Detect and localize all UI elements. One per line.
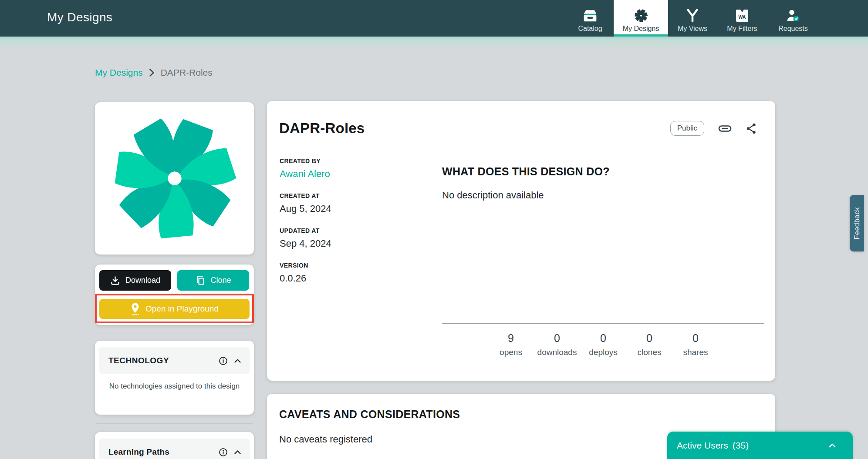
catalog-icon (583, 7, 598, 24)
stat-label: deploys (582, 348, 624, 357)
field-version: VERSION 0.0.26 (280, 262, 432, 284)
field-value: Sep 4, 2024 (280, 238, 432, 249)
stat-label: shares (675, 348, 716, 357)
stat-value: 0 (628, 332, 670, 345)
info-icon[interactable] (219, 356, 228, 365)
field-label: VERSION (280, 262, 432, 269)
feedback-tab[interactable]: Feedback (850, 195, 864, 251)
learning-paths-panel: Learning Paths (95, 432, 254, 459)
stat-value: 0 (536, 332, 578, 345)
stat-deploys: 0 deploys (582, 332, 624, 357)
nav-label: My Views (678, 25, 707, 33)
creator-link[interactable]: Awani Alero (280, 168, 432, 180)
download-icon (110, 276, 120, 285)
pinwheel-logo-icon (110, 114, 240, 243)
design-title-row: DAPR-Roles Public (279, 116, 757, 141)
stat-value: 0 (582, 332, 624, 345)
actions-row: Download Clone (99, 270, 249, 291)
active-users-bar[interactable]: Active Users (35) (667, 432, 853, 459)
chevron-up-icon[interactable] (828, 443, 836, 448)
sidebar-divider (96, 423, 253, 424)
pinwheel-icon (634, 7, 648, 24)
stat-label: downloads (536, 348, 578, 357)
technology-panel: TECHNOLOGY No technologies assigned to t… (95, 341, 254, 415)
chevron-right-icon (149, 68, 155, 77)
design-title-actions: Public (670, 121, 757, 136)
chevron-up-icon[interactable] (234, 450, 241, 455)
share-icon[interactable] (746, 123, 757, 134)
views-icon (686, 7, 699, 24)
filters-badge-text: WA (739, 14, 746, 20)
header-glow (0, 37, 868, 51)
stat-label: clones (628, 348, 670, 357)
top-navbar: My Designs Catalog (0, 0, 868, 37)
field-label: CREATED AT (280, 192, 432, 199)
open-in-playground-button[interactable]: Open in Playground (99, 299, 250, 319)
design-logo-card (95, 102, 254, 255)
field-updated-at: UPDATED AT Sep 4, 2024 (280, 227, 432, 249)
stats-row: 9 opens 0 downloads 0 deploys 0 clones 0… (442, 332, 764, 357)
field-created-by: CREATED BY Awani Alero (280, 157, 432, 180)
technology-empty-text: No technologies assigned to this design (107, 381, 242, 392)
stat-value: 0 (675, 332, 716, 345)
field-value: 0.0.26 (280, 273, 432, 284)
stat-value: 9 (490, 332, 532, 345)
visibility-badge: Public (670, 121, 704, 136)
field-created-at: CREATED AT Aug 5, 2024 (280, 192, 432, 214)
download-button[interactable]: Download (99, 270, 171, 291)
feedback-label: Feedback (853, 207, 861, 239)
nav-item-requests[interactable]: Requests (767, 0, 819, 37)
stat-label: opens (490, 348, 532, 357)
link-icon[interactable] (718, 124, 732, 133)
nav-item-my-filters[interactable]: WA My Filters (717, 0, 767, 37)
technology-panel-header[interactable]: TECHNOLOGY (99, 347, 250, 374)
app-root: My Designs Catalog (0, 0, 868, 459)
learning-paths-panel-header[interactable]: Learning Paths (99, 439, 250, 459)
nav-item-my-designs[interactable]: My Designs (614, 0, 668, 37)
playground-label: Open in Playground (145, 304, 219, 314)
active-users-count: (35) (733, 440, 749, 451)
stats-divider (442, 323, 764, 324)
nav-label: Catalog (578, 25, 602, 33)
breadcrumb-link-my-designs[interactable]: My Designs (95, 67, 143, 78)
design-actions-card: Download Clone (95, 265, 254, 325)
clone-label: Clone (210, 276, 231, 285)
location-pin-icon (130, 302, 140, 315)
filters-icon: WA (735, 7, 749, 24)
caveats-body: No caveats registered (279, 434, 372, 445)
nav-label: My Designs (623, 25, 659, 33)
design-detail-card: DAPR-Roles Public (267, 101, 775, 381)
chevron-up-icon[interactable] (234, 358, 241, 363)
technology-title: TECHNOLOGY (108, 356, 169, 365)
sidebar-divider (96, 332, 253, 332)
nav-item-my-views[interactable]: My Views (668, 0, 717, 37)
description-body: No description available (442, 190, 544, 201)
breadcrumb-current: DAPR-Roles (161, 67, 213, 78)
breadcrumb: My Designs DAPR-Roles (95, 67, 213, 78)
main-nav: Catalog (567, 0, 819, 37)
design-title: DAPR-Roles (279, 120, 365, 137)
description-heading: WHAT DOES THIS DESIGN DO? (442, 165, 610, 178)
clone-button[interactable]: Clone (177, 270, 249, 291)
nav-item-catalog[interactable]: Catalog (567, 0, 614, 37)
stat-downloads: 0 downloads (536, 332, 578, 357)
learning-paths-title: Learning Paths (108, 447, 169, 457)
info-icon[interactable] (219, 448, 228, 457)
design-metadata: CREATED BY Awani Alero CREATED AT Aug 5,… (280, 157, 432, 297)
requests-icon (786, 7, 800, 24)
field-label: CREATED BY (280, 157, 432, 164)
field-value: Aug 5, 2024 (280, 203, 432, 214)
clone-icon (195, 275, 205, 285)
download-label: Download (125, 276, 160, 285)
stat-shares: 0 shares (675, 332, 716, 357)
caveats-heading: CAVEATS AND CONSIDERATIONS (279, 408, 460, 421)
page-title: My Designs (47, 10, 112, 24)
field-label: UPDATED AT (280, 227, 432, 234)
nav-label: Requests (778, 25, 808, 33)
nav-label: My Filters (727, 25, 757, 33)
stat-opens: 9 opens (490, 332, 532, 357)
active-users-label: Active Users (677, 440, 728, 451)
stat-clones: 0 clones (628, 332, 670, 357)
